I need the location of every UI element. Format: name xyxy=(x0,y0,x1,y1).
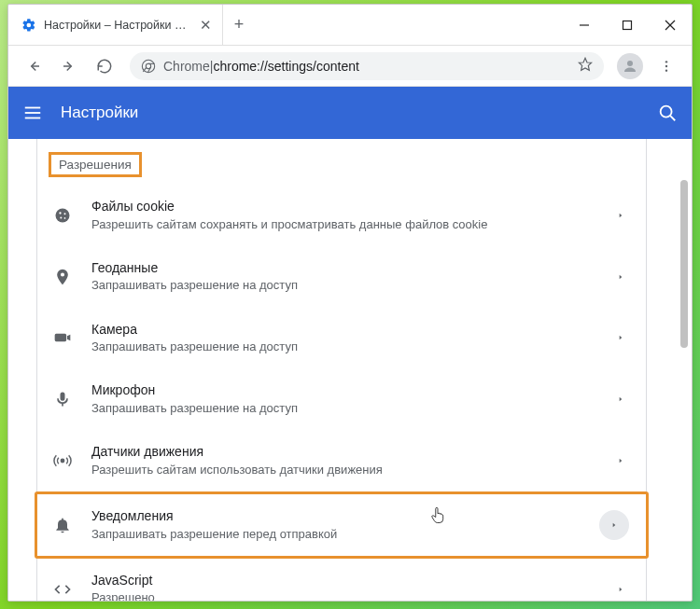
settings-row-motion[interactable]: Датчики движенияРазрешить сайтам использ… xyxy=(37,430,646,491)
back-button[interactable] xyxy=(18,50,49,82)
search-icon[interactable] xyxy=(656,102,679,124)
toolbar: Chrome | chrome://settings/content xyxy=(8,46,692,87)
row-subtitle: Разрешено xyxy=(91,589,594,601)
row-title: Уведомления xyxy=(91,507,581,526)
row-title: Геоданные xyxy=(91,259,594,278)
chevron-right-icon xyxy=(612,332,629,343)
row-text: ГеоданныеЗапрашивать разрешение на досту… xyxy=(91,259,594,295)
row-subtitle: Запрашивать разрешение на доступ xyxy=(91,400,594,417)
row-text: JavaScriptРазрешено xyxy=(91,572,594,601)
row-title: Датчики движения xyxy=(91,443,594,462)
row-subtitle: Разрешить сайтам сохранять и просматрива… xyxy=(91,216,594,233)
profile-avatar[interactable] xyxy=(617,53,643,79)
svg-point-19 xyxy=(661,106,672,118)
svg-marker-11 xyxy=(579,58,591,70)
section-label-permissions: Разрешения xyxy=(49,152,142,177)
new-tab-button[interactable]: + xyxy=(223,5,255,45)
kebab-menu-icon[interactable] xyxy=(651,50,682,82)
row-title: Микрофон xyxy=(91,381,594,400)
window-controls xyxy=(563,5,692,45)
chevron-right-icon xyxy=(612,584,629,595)
settings-row-cookie[interactable]: Файлы cookieРазрешить сайтам сохранять и… xyxy=(37,185,646,246)
camera-icon xyxy=(52,328,73,347)
settings-header: Настройки xyxy=(8,87,692,139)
svg-point-15 xyxy=(665,69,667,71)
row-subtitle: Разрешить сайтам использовать датчики дв… xyxy=(91,462,594,478)
chevron-right-icon xyxy=(612,271,629,283)
forward-button[interactable] xyxy=(53,50,85,82)
permissions-card: Разрешения Файлы cookieРазрешить сайтам … xyxy=(36,139,647,601)
chevron-right-icon xyxy=(612,210,629,221)
content-area: Разрешения Файлы cookieРазрешить сайтам … xyxy=(8,139,692,601)
close-icon[interactable]: ✕ xyxy=(198,18,213,33)
gear-icon xyxy=(21,18,36,33)
row-subtitle: Запрашивать разрешение на доступ xyxy=(91,277,594,294)
settings-row-bell[interactable]: УведомленияЗапрашивать разрешение перед … xyxy=(35,491,649,559)
browser-window: Настройки – Настройки сайта ✕ + Chrome |… xyxy=(7,4,693,602)
settings-row-camera[interactable]: КамераЗапрашивать разрешение на доступ xyxy=(37,308,646,369)
settings-row-code[interactable]: JavaScriptРазрешено xyxy=(37,559,646,601)
location-icon xyxy=(52,268,73,286)
row-text: КамераЗапрашивать разрешение на доступ xyxy=(91,321,594,356)
svg-rect-1 xyxy=(623,21,632,29)
browser-tab[interactable]: Настройки – Настройки сайта ✕ xyxy=(8,5,223,45)
bell-icon xyxy=(52,516,73,534)
row-title: JavaScript xyxy=(91,572,594,590)
motion-icon xyxy=(52,451,73,470)
titlebar: Настройки – Настройки сайта ✕ + xyxy=(8,5,692,46)
reload-button[interactable] xyxy=(89,50,120,82)
chevron-right-icon xyxy=(599,510,629,540)
row-text: МикрофонЗапрашивать разрешение на доступ xyxy=(91,381,594,417)
mic-icon xyxy=(52,390,73,408)
cookie-icon xyxy=(52,206,73,225)
page-title: Настройки xyxy=(61,104,138,122)
code-icon xyxy=(52,580,73,599)
row-subtitle: Запрашивать разрешение на доступ xyxy=(91,339,594,355)
scrollbar-thumb[interactable] xyxy=(680,180,688,348)
settings-row-location[interactable]: ГеоданныеЗапрашивать разрешение на досту… xyxy=(37,246,646,308)
row-text: УведомленияЗапрашивать разрешение перед … xyxy=(91,507,581,543)
chevron-right-icon xyxy=(612,455,629,466)
row-title: Файлы cookie xyxy=(91,198,594,216)
row-text: Файлы cookieРазрешить сайтам сохранять и… xyxy=(91,198,594,233)
svg-point-14 xyxy=(665,64,667,66)
chrome-icon xyxy=(141,59,156,74)
bookmark-star-icon[interactable] xyxy=(578,57,593,76)
minimize-button[interactable] xyxy=(563,5,606,45)
row-title: Камера xyxy=(91,321,594,339)
svg-line-20 xyxy=(670,116,675,120)
row-subtitle: Запрашивать разрешение перед отправкой xyxy=(91,526,581,543)
svg-point-12 xyxy=(627,61,633,66)
close-window-button[interactable] xyxy=(649,5,692,45)
hamburger-icon[interactable] xyxy=(21,102,44,124)
maximize-button[interactable] xyxy=(606,5,649,45)
tab-title: Настройки – Настройки сайта xyxy=(44,19,190,32)
settings-row-mic[interactable]: МикрофонЗапрашивать разрешение на доступ xyxy=(37,368,646,430)
row-text: Датчики движенияРазрешить сайтам использ… xyxy=(91,443,594,478)
url-text: Chrome | chrome://settings/content xyxy=(163,59,359,74)
svg-point-13 xyxy=(665,61,667,62)
chevron-right-icon xyxy=(612,394,629,405)
address-bar[interactable]: Chrome | chrome://settings/content xyxy=(130,52,604,80)
